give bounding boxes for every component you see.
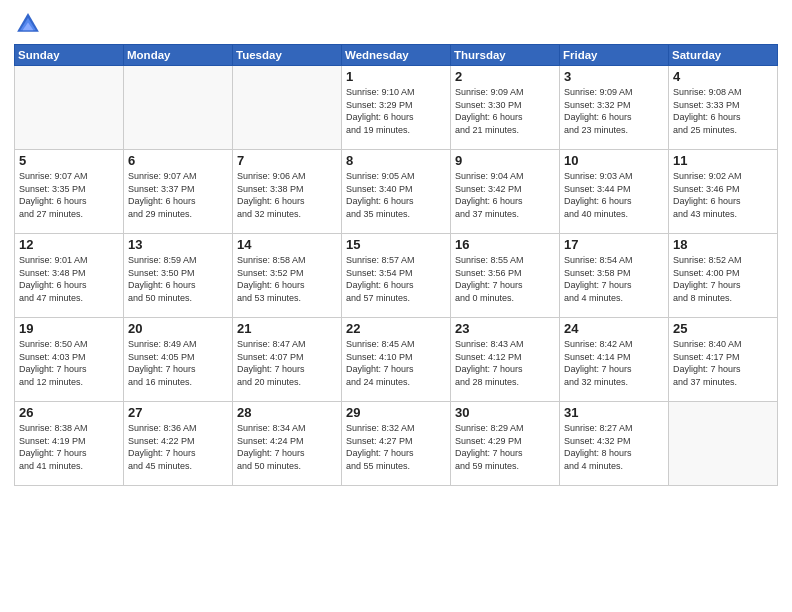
week-row-3: 12Sunrise: 9:01 AM Sunset: 3:48 PM Dayli…: [15, 234, 778, 318]
day-info: Sunrise: 9:09 AM Sunset: 3:30 PM Dayligh…: [455, 86, 555, 136]
calendar-cell: [669, 402, 778, 486]
day-number: 13: [128, 237, 228, 252]
day-info: Sunrise: 8:54 AM Sunset: 3:58 PM Dayligh…: [564, 254, 664, 304]
day-info: Sunrise: 8:43 AM Sunset: 4:12 PM Dayligh…: [455, 338, 555, 388]
week-row-4: 19Sunrise: 8:50 AM Sunset: 4:03 PM Dayli…: [15, 318, 778, 402]
calendar-cell: 4Sunrise: 9:08 AM Sunset: 3:33 PM Daylig…: [669, 66, 778, 150]
weekday-header-saturday: Saturday: [669, 45, 778, 66]
day-info: Sunrise: 8:38 AM Sunset: 4:19 PM Dayligh…: [19, 422, 119, 472]
day-info: Sunrise: 8:57 AM Sunset: 3:54 PM Dayligh…: [346, 254, 446, 304]
day-info: Sunrise: 9:03 AM Sunset: 3:44 PM Dayligh…: [564, 170, 664, 220]
calendar-cell: 7Sunrise: 9:06 AM Sunset: 3:38 PM Daylig…: [233, 150, 342, 234]
day-number: 12: [19, 237, 119, 252]
day-info: Sunrise: 9:09 AM Sunset: 3:32 PM Dayligh…: [564, 86, 664, 136]
day-info: Sunrise: 8:29 AM Sunset: 4:29 PM Dayligh…: [455, 422, 555, 472]
day-number: 30: [455, 405, 555, 420]
calendar-cell: 8Sunrise: 9:05 AM Sunset: 3:40 PM Daylig…: [342, 150, 451, 234]
day-number: 31: [564, 405, 664, 420]
calendar-cell: 5Sunrise: 9:07 AM Sunset: 3:35 PM Daylig…: [15, 150, 124, 234]
day-info: Sunrise: 9:07 AM Sunset: 3:35 PM Dayligh…: [19, 170, 119, 220]
day-info: Sunrise: 8:32 AM Sunset: 4:27 PM Dayligh…: [346, 422, 446, 472]
day-info: Sunrise: 9:05 AM Sunset: 3:40 PM Dayligh…: [346, 170, 446, 220]
day-info: Sunrise: 8:34 AM Sunset: 4:24 PM Dayligh…: [237, 422, 337, 472]
day-number: 17: [564, 237, 664, 252]
week-row-5: 26Sunrise: 8:38 AM Sunset: 4:19 PM Dayli…: [15, 402, 778, 486]
calendar-cell: 10Sunrise: 9:03 AM Sunset: 3:44 PM Dayli…: [560, 150, 669, 234]
day-info: Sunrise: 9:01 AM Sunset: 3:48 PM Dayligh…: [19, 254, 119, 304]
day-info: Sunrise: 8:42 AM Sunset: 4:14 PM Dayligh…: [564, 338, 664, 388]
calendar-cell: 12Sunrise: 9:01 AM Sunset: 3:48 PM Dayli…: [15, 234, 124, 318]
day-number: 21: [237, 321, 337, 336]
day-info: Sunrise: 9:08 AM Sunset: 3:33 PM Dayligh…: [673, 86, 773, 136]
day-info: Sunrise: 8:58 AM Sunset: 3:52 PM Dayligh…: [237, 254, 337, 304]
day-number: 2: [455, 69, 555, 84]
page-container: SundayMondayTuesdayWednesdayThursdayFrid…: [0, 0, 792, 612]
day-number: 8: [346, 153, 446, 168]
calendar-cell: 14Sunrise: 8:58 AM Sunset: 3:52 PM Dayli…: [233, 234, 342, 318]
calendar-cell: 30Sunrise: 8:29 AM Sunset: 4:29 PM Dayli…: [451, 402, 560, 486]
calendar-cell: 29Sunrise: 8:32 AM Sunset: 4:27 PM Dayli…: [342, 402, 451, 486]
calendar-cell: 22Sunrise: 8:45 AM Sunset: 4:10 PM Dayli…: [342, 318, 451, 402]
day-info: Sunrise: 8:55 AM Sunset: 3:56 PM Dayligh…: [455, 254, 555, 304]
calendar-cell: 18Sunrise: 8:52 AM Sunset: 4:00 PM Dayli…: [669, 234, 778, 318]
day-number: 11: [673, 153, 773, 168]
day-info: Sunrise: 9:06 AM Sunset: 3:38 PM Dayligh…: [237, 170, 337, 220]
calendar-cell: 23Sunrise: 8:43 AM Sunset: 4:12 PM Dayli…: [451, 318, 560, 402]
day-info: Sunrise: 9:04 AM Sunset: 3:42 PM Dayligh…: [455, 170, 555, 220]
calendar-cell: 11Sunrise: 9:02 AM Sunset: 3:46 PM Dayli…: [669, 150, 778, 234]
calendar-cell: 9Sunrise: 9:04 AM Sunset: 3:42 PM Daylig…: [451, 150, 560, 234]
day-info: Sunrise: 9:02 AM Sunset: 3:46 PM Dayligh…: [673, 170, 773, 220]
calendar-cell: 13Sunrise: 8:59 AM Sunset: 3:50 PM Dayli…: [124, 234, 233, 318]
calendar-cell: 28Sunrise: 8:34 AM Sunset: 4:24 PM Dayli…: [233, 402, 342, 486]
logo-icon: [14, 10, 42, 38]
weekday-header-monday: Monday: [124, 45, 233, 66]
day-number: 5: [19, 153, 119, 168]
calendar-cell: 1Sunrise: 9:10 AM Sunset: 3:29 PM Daylig…: [342, 66, 451, 150]
day-info: Sunrise: 8:47 AM Sunset: 4:07 PM Dayligh…: [237, 338, 337, 388]
day-number: 28: [237, 405, 337, 420]
day-number: 14: [237, 237, 337, 252]
day-number: 6: [128, 153, 228, 168]
weekday-header-row: SundayMondayTuesdayWednesdayThursdayFrid…: [15, 45, 778, 66]
day-info: Sunrise: 8:49 AM Sunset: 4:05 PM Dayligh…: [128, 338, 228, 388]
weekday-header-thursday: Thursday: [451, 45, 560, 66]
day-number: 20: [128, 321, 228, 336]
calendar-cell: 2Sunrise: 9:09 AM Sunset: 3:30 PM Daylig…: [451, 66, 560, 150]
day-info: Sunrise: 8:50 AM Sunset: 4:03 PM Dayligh…: [19, 338, 119, 388]
day-number: 25: [673, 321, 773, 336]
calendar-cell: [124, 66, 233, 150]
calendar-cell: 31Sunrise: 8:27 AM Sunset: 4:32 PM Dayli…: [560, 402, 669, 486]
day-info: Sunrise: 8:36 AM Sunset: 4:22 PM Dayligh…: [128, 422, 228, 472]
weekday-header-wednesday: Wednesday: [342, 45, 451, 66]
calendar-cell: 25Sunrise: 8:40 AM Sunset: 4:17 PM Dayli…: [669, 318, 778, 402]
day-info: Sunrise: 8:59 AM Sunset: 3:50 PM Dayligh…: [128, 254, 228, 304]
day-number: 26: [19, 405, 119, 420]
day-number: 29: [346, 405, 446, 420]
day-number: 19: [19, 321, 119, 336]
calendar-cell: 17Sunrise: 8:54 AM Sunset: 3:58 PM Dayli…: [560, 234, 669, 318]
day-number: 10: [564, 153, 664, 168]
calendar-cell: 6Sunrise: 9:07 AM Sunset: 3:37 PM Daylig…: [124, 150, 233, 234]
calendar-cell: [233, 66, 342, 150]
day-info: Sunrise: 8:27 AM Sunset: 4:32 PM Dayligh…: [564, 422, 664, 472]
day-number: 24: [564, 321, 664, 336]
calendar-cell: 19Sunrise: 8:50 AM Sunset: 4:03 PM Dayli…: [15, 318, 124, 402]
calendar-table: SundayMondayTuesdayWednesdayThursdayFrid…: [14, 44, 778, 486]
day-number: 7: [237, 153, 337, 168]
header: [14, 10, 778, 38]
calendar-cell: 3Sunrise: 9:09 AM Sunset: 3:32 PM Daylig…: [560, 66, 669, 150]
calendar-cell: 24Sunrise: 8:42 AM Sunset: 4:14 PM Dayli…: [560, 318, 669, 402]
week-row-2: 5Sunrise: 9:07 AM Sunset: 3:35 PM Daylig…: [15, 150, 778, 234]
day-info: Sunrise: 9:10 AM Sunset: 3:29 PM Dayligh…: [346, 86, 446, 136]
day-number: 22: [346, 321, 446, 336]
day-info: Sunrise: 8:52 AM Sunset: 4:00 PM Dayligh…: [673, 254, 773, 304]
day-number: 16: [455, 237, 555, 252]
weekday-header-tuesday: Tuesday: [233, 45, 342, 66]
day-info: Sunrise: 9:07 AM Sunset: 3:37 PM Dayligh…: [128, 170, 228, 220]
logo: [14, 10, 46, 38]
day-number: 9: [455, 153, 555, 168]
calendar-cell: 21Sunrise: 8:47 AM Sunset: 4:07 PM Dayli…: [233, 318, 342, 402]
day-number: 4: [673, 69, 773, 84]
day-number: 3: [564, 69, 664, 84]
calendar-cell: 16Sunrise: 8:55 AM Sunset: 3:56 PM Dayli…: [451, 234, 560, 318]
